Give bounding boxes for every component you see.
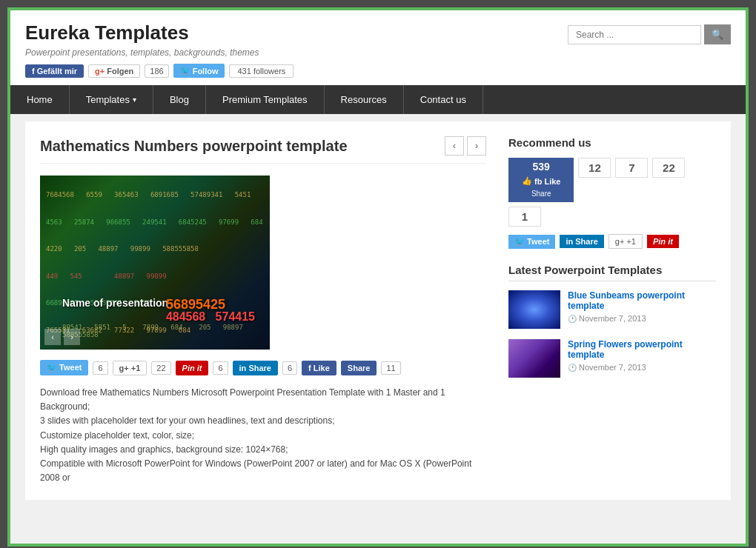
- slide-row-4: 449 545 48897 99899: [46, 273, 264, 280]
- fb-like-big-btn[interactable]: 👍 fb Like: [516, 174, 566, 188]
- tweet-count: 6: [93, 361, 107, 375]
- site-header: Eureka Templates Powerpoint presentation…: [10, 10, 746, 85]
- desc-line-3: Customize placeholder text, color, size;: [40, 429, 486, 443]
- share-bar: 🐦 Tweet 6 g+ +1 22 Pin it 6 in Share 6 f…: [40, 360, 486, 375]
- linkedin-count: 6: [282, 361, 297, 375]
- slide-controls: ‹ ›: [44, 329, 80, 345]
- blue-sunbeams-thumb: [508, 290, 560, 329]
- article-header: Mathematics Numbers powerpoint template …: [40, 136, 486, 164]
- template-date-1: 🕐 November 7, 2013: [568, 314, 716, 323]
- tw-sidebar-btn[interactable]: 🐦 Tweet: [508, 235, 555, 249]
- search-button[interactable]: 🔍: [704, 24, 731, 44]
- gplus-count: 186: [145, 64, 168, 78]
- site-title: Eureka Templates: [25, 21, 294, 44]
- pin-sidebar-btn[interactable]: Pin it: [647, 235, 679, 248]
- slide-title-overlay: Name of presentation: [62, 297, 168, 309]
- template-info-2: Spring Flowers powerpoint template 🕐 Nov…: [568, 339, 716, 372]
- site-tagline: Powerpoint presentations, templates, bac…: [25, 47, 294, 58]
- sidebar: Recommend us 539 👍 fb Like Share 12: [508, 136, 716, 485]
- fb-share-btn[interactable]: Share: [341, 361, 377, 375]
- template-item-1: Blue Sunbeams powerpoint template 🕐 Nove…: [508, 290, 716, 329]
- fb-share-big-btn[interactable]: Share: [525, 188, 557, 199]
- clock-icon-2: 🕐: [568, 364, 577, 372]
- tw-count-box: 12: [578, 158, 611, 178]
- search-area: 🔍: [568, 24, 731, 44]
- template-name-2[interactable]: Spring Flowers powerpoint template: [568, 339, 716, 360]
- gp-sidebar-btn[interactable]: g+ +1: [609, 234, 643, 249]
- nav-resources[interactable]: Resources: [325, 85, 404, 114]
- fb-count-box: 539 👍 fb Like Share: [508, 158, 574, 202]
- slide-image: 7684568 6559 365463 6891685 57489341 545…: [40, 176, 270, 350]
- slide-row-bottom: 89541 5851 5 7899 684 205 98897 58855585…: [62, 324, 270, 338]
- spring-flowers-thumb: [508, 339, 560, 378]
- nav-templates[interactable]: Templates ▾: [70, 85, 153, 114]
- slide-row-3: 4220 205 48897 99899 588555858: [46, 245, 264, 253]
- twitter-icon: 🐦: [180, 66, 190, 76]
- nav-home[interactable]: Home: [10, 85, 70, 114]
- gp-count-box: 22: [652, 158, 685, 178]
- template-item-2: Spring Flowers powerpoint template 🕐 Nov…: [508, 339, 716, 378]
- social-action-row: 🐦 Tweet in Share g+ +1 Pin it: [508, 234, 716, 249]
- pin-count: 6: [213, 361, 228, 375]
- google-plus-btn[interactable]: g+ Folgen: [88, 64, 140, 78]
- desc-line-1: Download free Mathematics Numbers Micros…: [40, 386, 486, 414]
- li-sidebar-count: 7: [629, 161, 634, 174]
- gplus-share-btn[interactable]: g+ +1: [113, 361, 147, 375]
- prev-arrow-btn[interactable]: ‹: [445, 136, 464, 156]
- li-sidebar-btn[interactable]: in Share: [560, 235, 603, 248]
- search-input[interactable]: [568, 25, 701, 44]
- social-counts: 539 👍 fb Like Share 12 7: [508, 158, 716, 227]
- latest-title: Latest Powerpoint Templates: [508, 264, 716, 281]
- template-name-1[interactable]: Blue Sunbeams powerpoint template: [568, 290, 716, 311]
- slideshow: 7684568 6559 365463 6891685 57489341 545…: [40, 176, 270, 350]
- article-description: Download free Mathematics Numbers Micros…: [40, 386, 486, 485]
- like-count: 11: [381, 361, 400, 375]
- linkedin-btn[interactable]: in Share: [233, 361, 278, 375]
- tw-sidebar-count: 12: [588, 161, 601, 174]
- gp-sidebar-count: 22: [663, 161, 675, 174]
- recommend-title: Recommend us: [508, 136, 716, 149]
- pin-sidebar-count: 1: [522, 210, 528, 223]
- nav-blog[interactable]: Blog: [153, 85, 206, 114]
- content-area: Mathematics Numbers powerpoint template …: [40, 136, 486, 485]
- article-title: Mathematics Numbers powerpoint template: [40, 138, 348, 155]
- slide-prev-btn[interactable]: ‹: [44, 329, 61, 345]
- next-arrow-btn[interactable]: ›: [467, 136, 486, 156]
- tweet-btn[interactable]: 🐦 Tweet: [40, 360, 88, 375]
- nav-contact[interactable]: Contact us: [404, 85, 483, 114]
- desc-line-4: High quality images and graphics, backgr…: [40, 443, 486, 457]
- thumbs-up-icon: 👍: [522, 176, 532, 186]
- latest-section: Latest Powerpoint Templates Blue Sunbeam…: [508, 264, 716, 378]
- pinterest-btn[interactable]: Pin it: [176, 361, 209, 375]
- site-wrapper: Eureka Templates Powerpoint presentation…: [10, 10, 746, 544]
- template-thumb-2: [508, 339, 560, 378]
- template-thumb-1: [508, 290, 560, 329]
- pin-count-box: 1: [508, 207, 541, 227]
- nav-arrows: ‹ ›: [445, 136, 486, 156]
- slide-number-highlight-2: 56895425: [166, 297, 225, 313]
- facebook-like-btn[interactable]: f Gefällt mir: [25, 64, 84, 78]
- gplus-share-count: 22: [151, 361, 170, 375]
- facebook-icon: f: [32, 67, 35, 76]
- slide-row-1: 7684568 6559 365463 6891685 57489341 545…: [46, 191, 264, 198]
- social-bar: f Gefällt mir g+ Folgen 186 🐦 Follow 431…: [25, 64, 294, 78]
- twitter-count: 431 followers: [229, 64, 294, 78]
- main-area: Mathematics Numbers powerpoint template …: [25, 121, 731, 500]
- chevron-down-icon: ▾: [133, 96, 136, 104]
- header-left: Eureka Templates Powerpoint presentation…: [25, 21, 294, 78]
- template-date-2: 🕐 November 7, 2013: [568, 363, 716, 372]
- template-info-1: Blue Sunbeams powerpoint template 🕐 Nove…: [568, 290, 716, 323]
- clock-icon-1: 🕐: [568, 315, 577, 323]
- site-nav: Home Templates ▾ Blog Premium Templates …: [10, 85, 746, 114]
- fb-like-btn[interactable]: f Like: [302, 361, 336, 375]
- nav-premium[interactable]: Premium Templates: [206, 85, 325, 114]
- recommend-section: Recommend us 539 👍 fb Like Share 12: [508, 136, 716, 249]
- fb-count-number: 539: [533, 161, 550, 173]
- gplus-icon: g+: [95, 67, 105, 76]
- outer-border: Eureka Templates Powerpoint presentation…: [7, 7, 749, 547]
- slide-next-btn[interactable]: ›: [64, 329, 80, 345]
- desc-line-2: 3 slides with placeholder text for your …: [40, 414, 486, 428]
- li-count-box: 7: [615, 158, 648, 178]
- twitter-follow-btn[interactable]: 🐦 Follow: [173, 64, 225, 78]
- desc-line-5: Compatible with Microsoft PowerPoint for…: [40, 457, 486, 485]
